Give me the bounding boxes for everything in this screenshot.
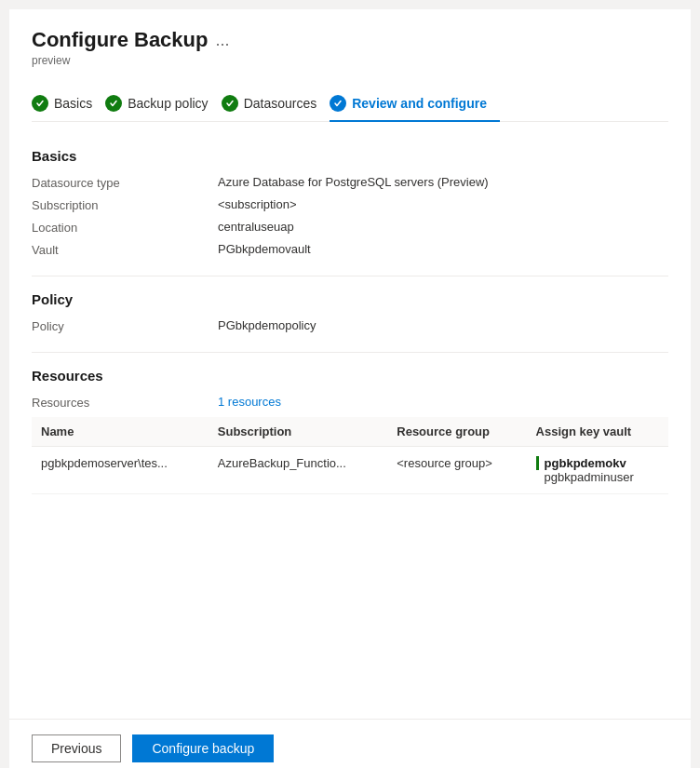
resources-count-row: Resources 1 resources [32, 395, 668, 410]
section-divider-2 [32, 352, 668, 353]
step-backup-policy[interactable]: Backup policy [105, 86, 221, 121]
page-subtitle: preview [32, 54, 668, 67]
row-name: pgbkpdemoserver\tes... [32, 447, 209, 494]
resources-section: Resources Resources 1 resources Name Sub… [32, 368, 668, 494]
steps-bar: Basics Backup policy Datasources [32, 86, 668, 122]
row-resource-group: <resource group> [387, 447, 526, 494]
resources-count-label: Resources [32, 395, 218, 410]
vault-row: Vault PGbkpdemovault [32, 242, 668, 257]
policy-section-title: Policy [32, 291, 668, 307]
previous-button[interactable]: Previous [32, 734, 121, 762]
row-subscription: AzureBackup_Functio... [209, 447, 387, 494]
vault-value: PGbkpdemovault [218, 242, 311, 256]
location-row: Location centraluseuap [32, 220, 668, 235]
configure-backup-panel: Configure Backup ... preview Basics Back… [9, 9, 691, 768]
table-row: pgbkpdemoserver\tes... AzureBackup_Funct… [32, 447, 668, 494]
step-backup-policy-check-icon [105, 95, 122, 112]
kv-name: pgbkpdemokv [536, 456, 659, 470]
subscription-value: <subscription> [218, 197, 297, 211]
step-review-check-icon [330, 95, 346, 112]
step-basics-check-icon [32, 95, 48, 112]
basics-section-title: Basics [32, 148, 668, 164]
section-divider-1 [32, 276, 668, 276]
step-basics[interactable]: Basics [32, 86, 105, 121]
step-datasources[interactable]: Datasources [222, 86, 330, 121]
step-datasources-check-icon [222, 95, 238, 112]
policy-section: Policy Policy PGbkpdemopolicy [32, 291, 668, 333]
policy-value: PGbkpdemopolicy [218, 318, 316, 332]
col-subscription: Subscription [209, 417, 387, 447]
policy-row: Policy PGbkpdemopolicy [32, 318, 668, 333]
location-value: centraluseuap [218, 220, 294, 234]
col-resource-group: Resource group [387, 417, 526, 447]
col-key-vault: Assign key vault [527, 417, 668, 447]
configure-backup-button[interactable]: Configure backup [132, 734, 274, 762]
page-title: Configure Backup [32, 28, 208, 52]
resources-section-title: Resources [32, 368, 668, 384]
vault-label: Vault [32, 242, 218, 257]
location-label: Location [32, 220, 218, 235]
col-name: Name [32, 417, 209, 447]
footer: Previous Configure backup [9, 719, 691, 768]
datasource-type-value: Azure Database for PostgreSQL servers (P… [218, 175, 489, 189]
subscription-label: Subscription [32, 197, 218, 212]
step-review-label: Review and configure [352, 96, 487, 111]
subscription-row: Subscription <subscription> [32, 197, 668, 212]
more-options-icon[interactable]: ... [215, 31, 229, 50]
title-area: Configure Backup ... preview [32, 28, 668, 67]
policy-label: Policy [32, 318, 218, 333]
row-key-vault: pgbkpdemokv pgbkpadminuser [527, 447, 668, 494]
kv-user: pgbkpadminuser [536, 470, 659, 484]
basics-section: Basics Datasource type Azure Database fo… [32, 148, 668, 257]
datasource-type-label: Datasource type [32, 175, 218, 190]
step-review[interactable]: Review and configure [330, 86, 500, 121]
resources-table: Name Subscription Resource group Assign … [32, 417, 668, 494]
step-datasources-label: Datasources [244, 96, 317, 111]
resources-count-value: 1 resources [218, 395, 281, 409]
step-backup-policy-label: Backup policy [128, 96, 208, 111]
step-basics-label: Basics [54, 96, 92, 111]
datasource-type-row: Datasource type Azure Database for Postg… [32, 175, 668, 190]
